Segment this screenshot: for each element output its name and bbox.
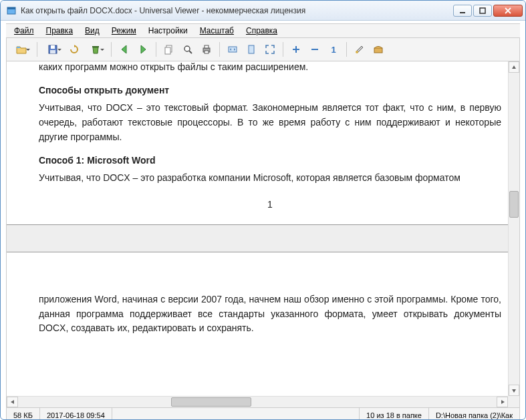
scroll-thumb[interactable] [171, 397, 251, 407]
svg-rect-15 [205, 51, 209, 53]
heading: Способ 1: Microsoft Word [39, 155, 501, 166]
menu-settings[interactable]: Настройки [143, 25, 193, 37]
svg-rect-4 [17, 47, 20, 48]
status-spacer [112, 408, 360, 420]
svg-rect-10 [165, 47, 170, 54]
app-icon [6, 5, 17, 16]
scroll-corner [508, 396, 519, 407]
document-area: более продвинутую форму предшествующего … [6, 61, 520, 408]
window-title: Как открыть файл DOCX.docx - Universal V… [21, 6, 453, 15]
viewport[interactable]: более продвинутую форму предшествующего … [7, 61, 519, 407]
maximize-button[interactable] [473, 5, 492, 17]
vertical-scrollbar[interactable] [508, 61, 519, 396]
svg-line-12 [189, 51, 192, 53]
scroll-down-button[interactable] [509, 385, 519, 396]
svg-rect-6 [51, 45, 55, 49]
svg-rect-16 [229, 47, 237, 52]
menu-mode[interactable]: Режим [106, 25, 142, 37]
separator [156, 42, 156, 57]
search-button[interactable] [180, 41, 196, 57]
separator [346, 42, 347, 57]
body-text: Учитывая, что DOCX – это разработка комп… [39, 171, 501, 186]
settings-button[interactable] [352, 41, 368, 57]
svg-point-18 [356, 51, 358, 53]
status-date: 2017-06-18 09:54 [40, 408, 112, 420]
scroll-up-button[interactable] [509, 61, 519, 73]
status-position: 10 из 18 в папке [360, 408, 429, 420]
scroll-track[interactable] [18, 397, 497, 407]
open-button[interactable] [11, 41, 32, 57]
fullscreen-button[interactable] [262, 41, 278, 57]
fit-width-button[interactable] [225, 41, 241, 57]
svg-rect-1 [7, 7, 15, 9]
status-path: D:\Новая папка (2)\Как [429, 408, 519, 420]
scroll-thumb[interactable] [509, 191, 519, 218]
svg-rect-7 [50, 50, 55, 53]
body-text: приложения Word, начиная с версии 2007 г… [39, 292, 501, 336]
scroll-track[interactable] [509, 73, 519, 385]
svg-rect-8 [92, 46, 99, 47]
page-break [7, 224, 519, 252]
menu-file[interactable]: Файл [9, 25, 39, 37]
heading: Способы открыть документ [39, 85, 501, 95]
menu-zoom[interactable]: Масштаб [194, 25, 239, 37]
zoom-out-button[interactable] [307, 41, 323, 57]
separator [111, 42, 112, 57]
next-button[interactable] [135, 41, 151, 57]
document-page: более продвинутую форму предшествующего … [7, 61, 509, 339]
minimize-button[interactable] [453, 5, 472, 17]
reload-button[interactable] [66, 41, 82, 57]
plugins-button[interactable] [370, 41, 386, 57]
fit-page-button[interactable] [243, 41, 259, 57]
window-controls [453, 5, 523, 17]
copy-button[interactable] [161, 41, 177, 57]
status-size: 58 КБ [7, 408, 40, 420]
prev-button[interactable] [116, 41, 132, 57]
svg-point-11 [184, 46, 190, 51]
svg-rect-17 [249, 45, 254, 53]
scroll-right-button[interactable] [497, 397, 508, 407]
print-button[interactable] [199, 41, 215, 57]
menu-view[interactable]: Вид [80, 25, 105, 37]
separator [37, 42, 37, 57]
statusbar: 58 КБ 2017-06-18 09:54 10 из 18 в папке … [6, 408, 520, 420]
svg-rect-14 [205, 45, 209, 48]
toolbar: 1 [6, 38, 520, 61]
separator [219, 42, 220, 57]
horizontal-scrollbar[interactable] [7, 396, 508, 407]
menu-edit[interactable]: Правка [41, 25, 79, 37]
zoom-in-button[interactable] [288, 41, 304, 57]
svg-rect-19 [374, 48, 382, 53]
zoom-100-button[interactable]: 1 [325, 41, 342, 57]
page-number: 1 [39, 198, 501, 212]
body-text: Учитывая, что DOCX – это текстовый форма… [39, 101, 501, 144]
body-text: более продвинутую форму предшествующего … [39, 61, 501, 74]
delete-button[interactable] [85, 41, 106, 57]
save-button[interactable] [42, 41, 63, 57]
menubar: Файл Правка Вид Режим Настройки Масштаб … [6, 23, 520, 38]
titlebar: Как открыть файл DOCX.docx - Universal V… [1, 1, 525, 21]
close-button[interactable] [493, 5, 523, 17]
scroll-left-button[interactable] [7, 397, 18, 407]
menu-help[interactable]: Справка [241, 25, 283, 37]
separator [283, 42, 283, 57]
svg-rect-3 [480, 8, 485, 13]
